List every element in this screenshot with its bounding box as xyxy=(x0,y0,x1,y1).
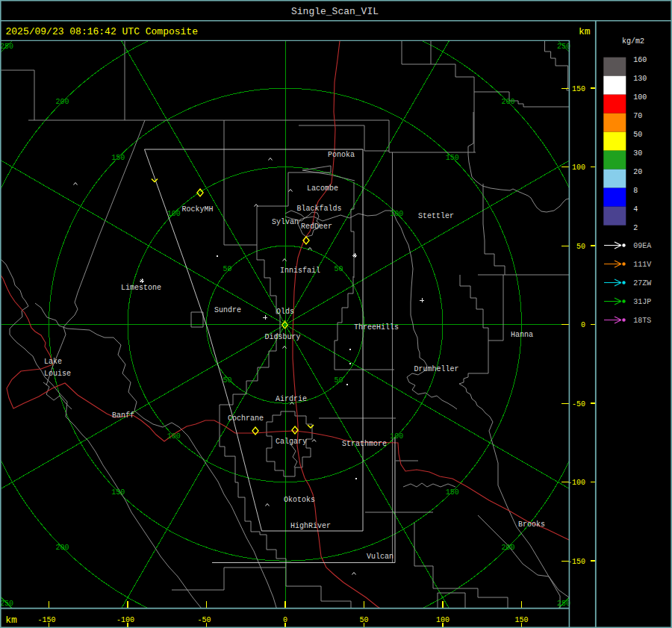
svg-text:RedDeer: RedDeer xyxy=(301,223,332,231)
svg-text:150: 150 xyxy=(111,488,125,497)
svg-text:Strathmore: Strathmore xyxy=(342,440,387,448)
svg-text:Limestone: Limestone xyxy=(121,284,161,292)
svg-text:Banff: Banff xyxy=(112,411,134,420)
svg-text:Louise: Louise xyxy=(44,370,71,378)
svg-text:Brooks: Brooks xyxy=(518,520,545,529)
svg-text:HighRiver: HighRiver xyxy=(290,522,331,530)
svg-text:Cochrane: Cochrane xyxy=(228,414,264,423)
svg-text:250: 250 xyxy=(557,600,570,608)
svg-text:150: 150 xyxy=(514,616,528,624)
svg-text:-50: -50 xyxy=(197,616,211,624)
svg-text:RockyMH: RockyMH xyxy=(182,205,214,214)
svg-text:100: 100 xyxy=(572,164,585,172)
svg-text:kg/m2: kg/m2 xyxy=(622,37,644,46)
svg-text:50: 50 xyxy=(223,376,231,385)
svg-text:8: 8 xyxy=(633,187,638,195)
svg-text:150: 150 xyxy=(111,154,125,162)
svg-text:Airdrie: Airdrie xyxy=(276,395,307,403)
svg-text:100: 100 xyxy=(390,210,403,218)
svg-text:250: 250 xyxy=(557,43,570,51)
svg-text:2: 2 xyxy=(633,224,638,232)
svg-text:Blackfalds: Blackfalds xyxy=(297,205,342,213)
svg-text:200: 200 xyxy=(501,98,514,106)
svg-text:ThreeHills: ThreeHills xyxy=(354,323,399,332)
svg-text:Vulcan: Vulcan xyxy=(367,553,393,561)
svg-text:100: 100 xyxy=(167,210,181,218)
svg-text:-50: -50 xyxy=(572,400,585,408)
svg-text:100: 100 xyxy=(633,93,647,102)
svg-text:250: 250 xyxy=(0,600,13,608)
svg-text:100: 100 xyxy=(436,616,449,624)
svg-text:Hanna: Hanna xyxy=(511,331,533,339)
svg-text:50: 50 xyxy=(576,243,585,251)
svg-text:09EA: 09EA xyxy=(633,242,651,250)
svg-text:Innisfail: Innisfail xyxy=(280,267,320,275)
svg-text:0: 0 xyxy=(581,321,585,329)
svg-text:Calgary: Calgary xyxy=(276,438,307,446)
svg-text:111V: 111V xyxy=(633,261,651,269)
svg-text:50: 50 xyxy=(223,265,231,273)
svg-text:200: 200 xyxy=(501,544,514,552)
svg-text:-150: -150 xyxy=(37,616,55,624)
svg-text:50: 50 xyxy=(633,131,642,139)
svg-text:Olds: Olds xyxy=(276,308,294,316)
svg-text:150: 150 xyxy=(446,488,459,497)
svg-text:50: 50 xyxy=(335,376,343,385)
svg-text:31JP: 31JP xyxy=(633,298,651,306)
svg-text:50: 50 xyxy=(359,616,368,624)
svg-text:Ponoka: Ponoka xyxy=(328,151,355,159)
svg-text:130: 130 xyxy=(633,75,647,83)
svg-text:Lacombe: Lacombe xyxy=(307,184,338,193)
svg-text:Drumheller: Drumheller xyxy=(414,365,459,373)
svg-text:150: 150 xyxy=(446,154,459,162)
svg-text:100: 100 xyxy=(390,432,403,441)
svg-text:0: 0 xyxy=(283,616,287,624)
svg-text:200: 200 xyxy=(56,544,69,552)
svg-text:-100: -100 xyxy=(116,616,134,624)
svg-text:200: 200 xyxy=(56,98,69,106)
svg-text:20: 20 xyxy=(633,168,642,176)
svg-text:Lake: Lake xyxy=(44,358,62,366)
svg-text:70: 70 xyxy=(633,112,642,120)
svg-text:4: 4 xyxy=(633,205,638,214)
svg-text:100: 100 xyxy=(167,432,181,441)
svg-text:Sundre: Sundre xyxy=(214,306,241,314)
svg-text:50: 50 xyxy=(335,265,343,273)
svg-text:-100: -100 xyxy=(567,479,585,487)
svg-text:150: 150 xyxy=(572,85,585,93)
svg-text:Stettler: Stettler xyxy=(418,212,454,220)
svg-text:250: 250 xyxy=(0,43,13,51)
svg-text:-150: -150 xyxy=(567,558,585,566)
svg-text:160: 160 xyxy=(633,56,647,64)
svg-text:30: 30 xyxy=(633,149,642,158)
svg-text:27ZW: 27ZW xyxy=(633,279,651,287)
svg-text:18TS: 18TS xyxy=(633,317,651,325)
svg-text:Sylvan: Sylvan xyxy=(272,218,299,226)
svg-text:Didsbury: Didsbury xyxy=(265,333,301,341)
svg-text:Okotoks: Okotoks xyxy=(284,496,315,504)
